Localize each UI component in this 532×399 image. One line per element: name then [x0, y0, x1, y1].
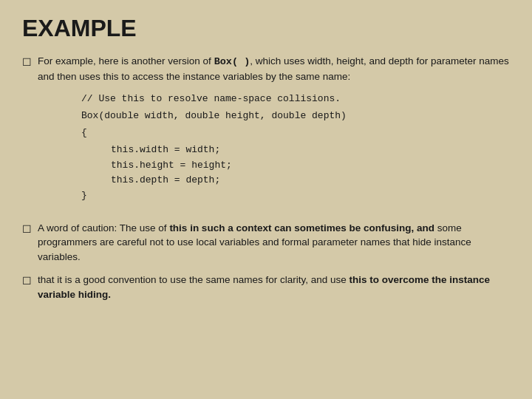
code-comment: // Use this to resolve name-space collis…: [81, 92, 510, 106]
bullet-symbol-3: ☐: [22, 273, 32, 288]
bullet-symbol-2: ☐: [22, 222, 32, 236]
bullet2-intro: A word of caution: The use of: [38, 222, 169, 233]
bullet1-code: Box( ): [214, 56, 250, 67]
bullet-text-2: A word of caution: The use of this in su…: [38, 221, 510, 265]
slide: EXAMPLE ☐ For example, here is another v…: [0, 0, 532, 399]
code-line-height: this.height = height;: [111, 159, 510, 173]
bullet1-intro: For example, here is another version of: [38, 55, 214, 66]
bullet-text-3: that it is a good convention to use the …: [38, 273, 510, 301]
code-close-brace: }: [81, 189, 510, 203]
code-line-width: this.width = width;: [111, 143, 510, 157]
bullet-block-2: ☐ A word of caution: The use of this in …: [22, 221, 510, 265]
bullet3-intro: that it is a good convention to use the …: [38, 274, 349, 285]
code-line-depth: this.depth = depth;: [111, 174, 510, 188]
bullet-block-1: ☐ For example, here is another version o…: [22, 54, 510, 83]
bullet-text-1: For example, here is another version of …: [38, 54, 510, 83]
code-signature: Box(double width, double height, double …: [81, 109, 510, 123]
slide-title: EXAMPLE: [22, 15, 510, 42]
code-open-brace: {: [81, 126, 510, 140]
bullet-block-3: ☐ that it is a good convention to use th…: [22, 273, 510, 301]
bullet2-bold: this in such a context can sometimes be …: [169, 222, 434, 233]
bullet-symbol-1: ☐: [22, 55, 32, 69]
content-area: ☐ For example, here is another version o…: [22, 54, 510, 301]
